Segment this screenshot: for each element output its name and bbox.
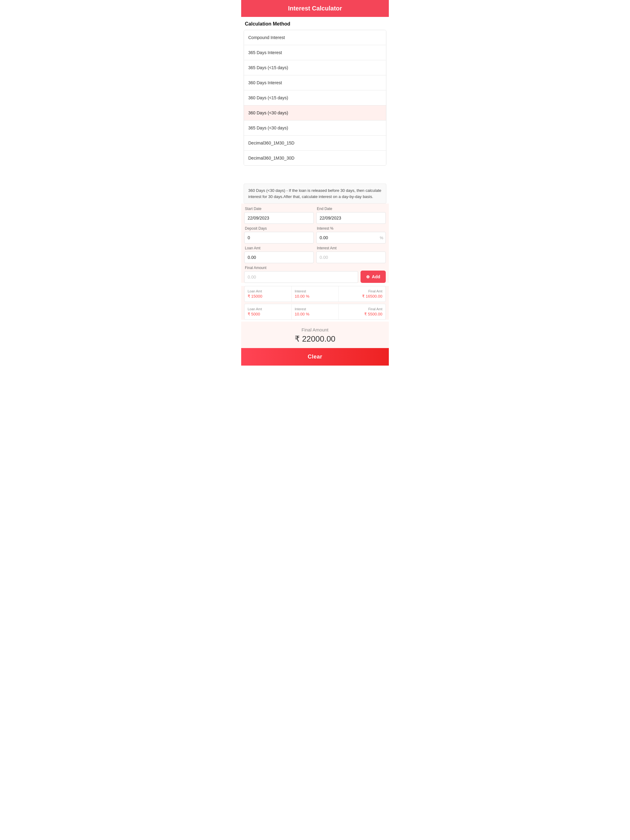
form-section: Start Date End Date Deposit Days Interes… (241, 204, 389, 283)
start-date-group: Start Date (244, 207, 314, 224)
add-button-label: Add (372, 274, 380, 279)
total-section: Final Amount ₹ 22000.00 (241, 322, 389, 348)
deposit-interest-row: Deposit Days Interest % % (244, 226, 386, 243)
final-amount-group: Final Amount (244, 266, 358, 283)
table-row: Loan Amt ₹ 5000 Interest 10.00 % Final A… (244, 304, 386, 320)
add-button[interactable]: ⊕ Add (361, 271, 386, 283)
entry-interest-cell-1: Interest 10.00 % (291, 286, 339, 302)
entry-final-value-2: ₹ 5500.00 (342, 312, 382, 316)
interest-amt-group: Interest Amt (316, 246, 386, 263)
entry-loan-label-1: Loan Amt (248, 289, 288, 293)
clear-button-label: Clear (308, 354, 322, 360)
entry-final-cell-1: Final Amt ₹ 16500.00 (339, 286, 385, 302)
entry-interest-label-2: Interest (295, 307, 335, 311)
entry-interest-label-1: Interest (295, 289, 335, 293)
final-amount-label: Final Amount (244, 266, 358, 270)
method-item-365days-30[interactable]: 365 Days (<30 days) (244, 120, 386, 136)
section-title: Calculation Method (241, 17, 389, 30)
description-box: 360 Days (<30 days) - If the loan is rel… (244, 183, 386, 204)
entry-interest-value-1: 10.00 % (295, 294, 335, 298)
interest-pct-label: Interest % (316, 226, 386, 231)
clear-button[interactable]: Clear (241, 348, 389, 366)
loan-amt-group: Loan Amt (244, 246, 314, 263)
method-item-compound[interactable]: Compound Interest (244, 30, 386, 45)
start-date-label: Start Date (244, 207, 314, 211)
entries-section: Loan Amt ₹ 15000 Interest 10.00 % Final … (241, 286, 389, 320)
end-date-group: End Date (316, 207, 386, 224)
add-icon: ⊕ (366, 274, 370, 279)
date-row: Start Date End Date (244, 207, 386, 224)
loan-amt-input[interactable] (244, 251, 314, 263)
entry-final-cell-2: Final Amt ₹ 5500.00 (339, 304, 385, 319)
loan-amt-label: Loan Amt (244, 246, 314, 250)
pct-suffix: % (380, 235, 383, 240)
method-list: Compound Interest 365 Days Interest 365 … (244, 30, 386, 166)
entry-interest-cell-2: Interest 10.00 % (291, 304, 339, 319)
calculation-method-section: Calculation Method Compound Interest 365… (241, 17, 389, 166)
total-label: Final Amount (244, 327, 386, 332)
deposit-days-label: Deposit Days (244, 226, 314, 231)
entry-interest-value-2: 10.00 % (295, 312, 335, 316)
description-text: 360 Days (<30 days) - If the loan is rel… (248, 188, 381, 199)
entry-loan-label-2: Loan Amt (248, 307, 288, 311)
method-item-decimal360-30d[interactable]: Decimal360_1M30_30D (244, 151, 386, 166)
start-date-input[interactable] (244, 212, 314, 224)
method-item-360days-30[interactable]: 360 Days (<30 days) (244, 106, 386, 120)
loan-interest-amt-row: Loan Amt Interest Amt (244, 246, 386, 263)
final-amount-input[interactable] (244, 271, 358, 283)
method-item-decimal360-15d[interactable]: Decimal360_1M30_15D (244, 136, 386, 151)
method-item-365days[interactable]: 365 Days Interest (244, 45, 386, 60)
spacer (241, 166, 389, 172)
entry-loan-amt-cell-1: Loan Amt ₹ 15000 (245, 286, 291, 302)
entry-loan-amt-cell-2: Loan Amt ₹ 5000 (245, 304, 291, 319)
method-item-360days[interactable]: 360 Days Interest (244, 75, 386, 90)
entry-final-label-1: Final Amt (342, 289, 382, 293)
app-title: Interest Calculator (246, 5, 384, 12)
deposit-days-group: Deposit Days (244, 226, 314, 243)
interest-pct-group: Interest % % (316, 226, 386, 243)
interest-amt-label: Interest Amt (316, 246, 386, 250)
entry-loan-value-1: ₹ 15000 (248, 294, 288, 298)
final-amount-row: Final Amount ⊕ Add (244, 266, 386, 283)
app-header: Interest Calculator (241, 0, 389, 17)
deposit-days-input[interactable] (244, 232, 314, 243)
end-date-input[interactable] (316, 212, 386, 224)
spacer2 (241, 172, 389, 178)
entry-loan-value-2: ₹ 5000 (248, 312, 288, 316)
table-row: Loan Amt ₹ 15000 Interest 10.00 % Final … (244, 286, 386, 302)
method-item-360days-15[interactable]: 360 Days (<15 days) (244, 90, 386, 106)
total-value: ₹ 22000.00 (244, 334, 386, 344)
entry-final-value-1: ₹ 16500.00 (342, 294, 382, 298)
interest-pct-wrapper: % (316, 232, 386, 243)
end-date-label: End Date (316, 207, 386, 211)
interest-amt-input[interactable] (316, 251, 386, 263)
entry-final-label-2: Final Amt (342, 307, 382, 311)
method-item-365days-15[interactable]: 365 Days (<15 days) (244, 60, 386, 75)
interest-pct-input[interactable] (316, 232, 386, 243)
